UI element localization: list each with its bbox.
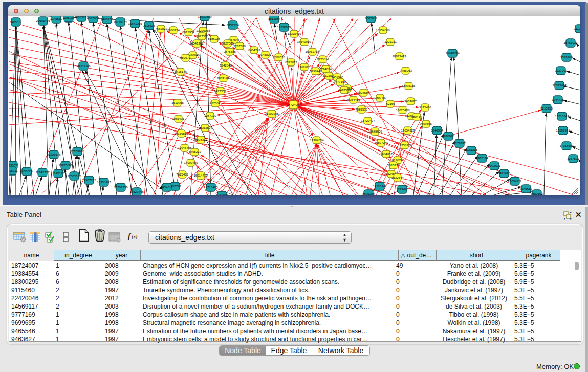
svg-text:12975115: 12975115 <box>402 84 416 87</box>
svg-text:417004: 417004 <box>210 101 221 105</box>
svg-text:2145519: 2145519 <box>50 17 62 20</box>
svg-text:7955812: 7955812 <box>317 57 329 61</box>
svg-text:9471205: 9471205 <box>216 193 228 195</box>
svg-text:13325419: 13325419 <box>287 32 301 35</box>
svg-text:8938928: 8938928 <box>442 134 454 138</box>
svg-text:8186328: 8186328 <box>208 37 220 40</box>
svg-text:8878312: 8878312 <box>195 138 207 141</box>
svg-text:7032621: 7032621 <box>488 164 500 167</box>
svg-text:9850162: 9850162 <box>531 192 543 195</box>
svg-text:10807487: 10807487 <box>373 96 387 99</box>
svg-text:1362615: 1362615 <box>298 65 310 69</box>
svg-text:2087682: 2087682 <box>365 16 377 20</box>
svg-text:8427552: 8427552 <box>214 89 226 93</box>
svg-text:3915911: 3915911 <box>9 169 18 172</box>
svg-text:2522544: 2522544 <box>391 176 404 179</box>
svg-text:9699695: 9699695 <box>420 122 432 125</box>
svg-text:(x): (x) <box>132 234 138 240</box>
svg-text:1965491: 1965491 <box>172 117 184 120</box>
svg-text:9227343: 9227343 <box>555 69 567 72</box>
svg-text:12093873: 12093873 <box>552 83 567 87</box>
svg-text:16961758: 16961758 <box>305 50 319 53</box>
svg-text:8912954: 8912954 <box>182 30 194 34</box>
svg-text:17957225: 17957225 <box>82 178 96 182</box>
svg-text:12353594: 12353594 <box>198 126 212 129</box>
svg-text:7485063: 7485063 <box>400 69 412 72</box>
svg-text:10654112: 10654112 <box>508 179 522 183</box>
svg-text:19975887: 19975887 <box>58 163 73 167</box>
svg-text:9329966: 9329966 <box>560 55 573 59</box>
svg-text:19166825: 19166825 <box>174 132 188 135</box>
svg-text:10653287: 10653287 <box>74 16 89 19</box>
svg-text:16671355: 16671355 <box>128 21 142 25</box>
svg-text:1221331: 1221331 <box>384 40 397 43</box>
svg-text:1610755: 1610755 <box>171 101 184 104</box>
svg-text:8322037: 8322037 <box>285 60 297 64</box>
svg-text:1112543: 1112543 <box>574 27 580 30</box>
svg-text:7625402: 7625402 <box>176 172 188 176</box>
svg-text:5498222: 5498222 <box>189 150 201 154</box>
svg-text:10719155: 10719155 <box>113 20 127 24</box>
svg-text:6379197: 6379197 <box>453 141 466 145</box>
svg-text:1935051: 1935051 <box>9 16 9 17</box>
svg-text:1733426: 1733426 <box>396 187 408 191</box>
svg-text:1156829: 1156829 <box>20 169 33 173</box>
svg-text:8454749: 8454749 <box>248 48 260 52</box>
svg-text:16807249: 16807249 <box>374 141 388 144</box>
svg-text:6497568: 6497568 <box>338 88 351 92</box>
svg-text:17016504: 17016504 <box>559 144 574 147</box>
svg-text:3267130: 3267130 <box>204 114 216 117</box>
svg-text:16120746: 16120746 <box>390 158 404 162</box>
svg-text:980414: 980414 <box>411 115 422 118</box>
svg-text:1065327: 1065327 <box>62 16 75 19</box>
svg-text:16543362: 16543362 <box>189 41 204 45</box>
svg-text:2718176: 2718176 <box>175 70 187 73</box>
svg-text:15720407: 15720407 <box>361 119 375 122</box>
svg-text:16210643: 16210643 <box>555 114 569 118</box>
svg-text:3875685: 3875685 <box>224 50 236 53</box>
svg-text:14099489: 14099489 <box>184 161 198 164</box>
svg-text:20206576: 20206576 <box>47 152 61 156</box>
svg-text:7357224: 7357224 <box>227 23 239 27</box>
svg-text:16640910: 16640910 <box>297 40 311 43</box>
svg-text:10025438: 10025438 <box>396 108 410 112</box>
svg-text:1527602: 1527602 <box>87 16 99 20</box>
svg-text:7986372: 7986372 <box>355 107 367 111</box>
svg-text:8990448: 8990448 <box>310 69 322 73</box>
svg-text:7663822: 7663822 <box>155 27 167 30</box>
svg-text:14136141: 14136141 <box>373 184 387 188</box>
svg-text:15692971: 15692971 <box>556 128 570 132</box>
svg-text:1615132: 1615132 <box>387 163 400 167</box>
svg-text:18724007: 18724007 <box>287 103 301 106</box>
svg-text:9474444: 9474444 <box>465 148 477 152</box>
svg-text:2367608: 2367608 <box>233 44 246 48</box>
svg-text:f: f <box>128 232 132 240</box>
svg-text:1145195: 1145195 <box>52 171 64 175</box>
svg-text:3242848: 3242848 <box>220 63 232 67</box>
svg-text:25300295: 25300295 <box>265 112 279 115</box>
svg-text:19716485: 19716485 <box>204 185 218 189</box>
svg-text:3024554: 3024554 <box>357 91 369 94</box>
svg-text:989672: 989672 <box>180 56 191 59</box>
svg-text:1167533: 1167533 <box>567 157 579 160</box>
svg-text:1405571: 1405571 <box>10 20 22 24</box>
svg-text:9777169: 9777169 <box>334 80 346 83</box>
svg-text:12342737: 12342737 <box>35 170 50 174</box>
svg-text:8215955: 8215955 <box>540 106 553 110</box>
svg-text:1244415: 1244415 <box>552 98 564 101</box>
svg-text:2935114: 2935114 <box>476 156 488 160</box>
svg-text:1935051: 1935051 <box>9 163 19 167</box>
svg-text:23226058: 23226058 <box>196 29 210 32</box>
svg-text:62160: 62160 <box>386 102 396 105</box>
svg-text:12923448: 12923448 <box>129 190 144 193</box>
svg-text:8471676: 8471676 <box>498 171 510 175</box>
svg-text:10046785: 10046785 <box>178 146 192 149</box>
svg-text:1640954: 1640954 <box>431 128 443 132</box>
svg-text:16914479: 16914479 <box>193 173 208 177</box>
svg-text:20691406: 20691406 <box>36 19 50 23</box>
svg-text:16782759: 16782759 <box>114 185 128 189</box>
svg-text:10688609: 10688609 <box>368 129 382 133</box>
svg-text:12505185: 12505185 <box>67 174 81 178</box>
svg-text:9115460: 9115460 <box>419 105 431 109</box>
svg-text:10973493: 10973493 <box>392 54 406 58</box>
